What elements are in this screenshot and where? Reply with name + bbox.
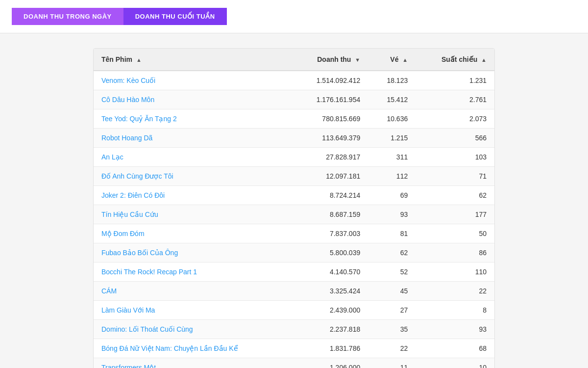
sort-icon-ten-phim: ▲ (136, 57, 142, 63)
revenue-table: Tên Phim ▲ Doanh thu ▼ Vé ▲ Suất chiếu ▲ (94, 49, 494, 368)
revenue-cell: 1.176.161.954 (291, 90, 368, 109)
table-row: Bocchi The Rock! Recap Part 14.140.57052… (94, 263, 494, 282)
ve-cell: 52 (368, 263, 416, 282)
movie-name-cell: Fubao Bảo Bối Của Ông (94, 243, 291, 263)
revenue-cell: 780.815.669 (291, 109, 368, 129)
col-suat-chieu[interactable]: Suất chiếu ▲ (416, 49, 494, 71)
movie-name-cell: Mộ Đom Đóm (94, 224, 291, 243)
movie-link[interactable]: Robot Hoang Dã (101, 134, 152, 142)
revenue-cell: 2.439.000 (291, 301, 368, 320)
revenue-cell: 113.649.379 (291, 129, 368, 148)
suat-chieu-cell: 103 (416, 148, 494, 167)
ve-cell: 27 (368, 301, 416, 320)
col-doanh-thu[interactable]: Doanh thu ▼ (291, 49, 368, 71)
movie-name-cell: Đố Anh Cùng Được Tôi (94, 167, 291, 186)
table-row: Fubao Bảo Bối Của Ông5.800.0396286 (94, 243, 494, 263)
table-row: Robot Hoang Dã113.649.3791.215566 (94, 129, 494, 148)
suat-chieu-cell: 86 (416, 243, 494, 263)
sort-icon-doanh-thu: ▼ (355, 57, 360, 63)
suat-chieu-cell: 1.231 (416, 71, 494, 90)
main-content: Tên Phim ▲ Doanh thu ▼ Vé ▲ Suất chiếu ▲ (0, 33, 588, 368)
movie-name-cell: Làm Giàu Với Ma (94, 301, 291, 320)
suat-chieu-cell: 2.761 (416, 90, 494, 109)
movie-name-cell: Domino: Lối Thoát Cuối Cùng (94, 320, 291, 339)
suat-chieu-cell: 177 (416, 205, 494, 224)
sort-icon-suat-chieu: ▲ (481, 57, 487, 63)
ve-cell: 18.123 (368, 71, 416, 90)
movie-link[interactable]: Bóng Đá Nữ Việt Nam: Chuyện Lần Đầu Kể (101, 344, 238, 352)
ve-cell: 81 (368, 224, 416, 243)
table-row: Joker 2: Điên Có Đôi8.724.2146962 (94, 186, 494, 205)
ve-cell: 1.215 (368, 129, 416, 148)
movie-link[interactable]: Bocchi The Rock! Recap Part 1 (101, 268, 197, 276)
table-row: Làm Giàu Với Ma2.439.000278 (94, 301, 494, 320)
movie-link[interactable]: Transformers Một (101, 364, 156, 368)
table-row: Domino: Lối Thoát Cuối Cùng2.237.8183593 (94, 320, 494, 339)
revenue-cell: 27.828.917 (291, 148, 368, 167)
table-row: An Lạc27.828.917311103 (94, 148, 494, 167)
revenue-cell: 3.325.424 (291, 282, 368, 301)
suat-chieu-cell: 93 (416, 320, 494, 339)
movie-link[interactable]: Joker 2: Điên Có Đôi (101, 191, 165, 199)
movie-link[interactable]: Tee Yod: Quỷ Ăn Tạng 2 (101, 115, 177, 123)
movie-link[interactable]: CÁM (101, 287, 117, 295)
suat-chieu-cell: 2.073 (416, 109, 494, 129)
col-ten-phim[interactable]: Tên Phim ▲ (94, 49, 291, 71)
revenue-cell: 2.237.818 (291, 320, 368, 339)
ve-cell: 93 (368, 205, 416, 224)
movie-link[interactable]: Domino: Lối Thoát Cuối Cùng (101, 325, 193, 333)
movie-name-cell: Transformers Một (94, 358, 291, 368)
table-row: CÁM3.325.4244522 (94, 282, 494, 301)
table-row: Mộ Đom Đóm7.837.0038150 (94, 224, 494, 243)
revenue-cell: 7.837.003 (291, 224, 368, 243)
ve-cell: 112 (368, 167, 416, 186)
revenue-cell: 8.724.214 (291, 186, 368, 205)
suat-chieu-cell: 566 (416, 129, 494, 148)
movie-link[interactable]: Tín Hiệu Cầu Cứu (101, 210, 158, 218)
movie-name-cell: Joker 2: Điên Có Đôi (94, 186, 291, 205)
suat-chieu-cell: 68 (416, 339, 494, 358)
movie-name-cell: Tee Yod: Quỷ Ăn Tạng 2 (94, 109, 291, 129)
table-row: Cô Dâu Hào Môn1.176.161.95415.4122.761 (94, 90, 494, 109)
ve-cell: 69 (368, 186, 416, 205)
revenue-cell: 1.206.000 (291, 358, 368, 368)
tab-trong-ngay[interactable]: DOANH THU TRONG NGÀY (12, 8, 123, 25)
table-row: Venom: Kèo Cuối1.514.092.41218.1231.231 (94, 71, 494, 90)
table-row: Đố Anh Cùng Được Tôi12.097.18111271 (94, 167, 494, 186)
movie-link[interactable]: Mộ Đom Đóm (101, 230, 145, 237)
revenue-cell: 5.800.039 (291, 243, 368, 263)
revenue-cell: 8.687.159 (291, 205, 368, 224)
ve-cell: 311 (368, 148, 416, 167)
movie-name-cell: Bóng Đá Nữ Việt Nam: Chuyện Lần Đầu Kể (94, 339, 291, 358)
movie-name-cell: CÁM (94, 282, 291, 301)
table-header-row: Tên Phim ▲ Doanh thu ▼ Vé ▲ Suất chiếu ▲ (94, 49, 494, 71)
movie-link[interactable]: Venom: Kèo Cuối (101, 77, 155, 84)
ve-cell: 35 (368, 320, 416, 339)
col-ve[interactable]: Vé ▲ (368, 49, 416, 71)
revenue-cell: 1.514.092.412 (291, 71, 368, 90)
table-row: Transformers Một1.206.0001110 (94, 358, 494, 368)
suat-chieu-cell: 8 (416, 301, 494, 320)
table-row: Tín Hiệu Cầu Cứu8.687.15993177 (94, 205, 494, 224)
suat-chieu-cell: 50 (416, 224, 494, 243)
table-row: Tee Yod: Quỷ Ăn Tạng 2780.815.66910.6362… (94, 109, 494, 129)
ve-cell: 22 (368, 339, 416, 358)
movie-link[interactable]: Cô Dâu Hào Môn (101, 96, 154, 104)
ve-cell: 11 (368, 358, 416, 368)
suat-chieu-cell: 62 (416, 186, 494, 205)
movie-link[interactable]: Đố Anh Cùng Được Tôi (101, 172, 173, 180)
suat-chieu-cell: 110 (416, 263, 494, 282)
movie-name-cell: Cô Dâu Hào Môn (94, 90, 291, 109)
movie-name-cell: Tín Hiệu Cầu Cứu (94, 205, 291, 224)
revenue-cell: 4.140.570 (291, 263, 368, 282)
ve-cell: 45 (368, 282, 416, 301)
header-tabs: DOANH THU TRONG NGÀY DOANH THU CUỐI TUẦN (0, 0, 588, 33)
suat-chieu-cell: 22 (416, 282, 494, 301)
movie-link[interactable]: Làm Giàu Với Ma (101, 306, 155, 314)
ve-cell: 10.636 (368, 109, 416, 129)
movie-link[interactable]: Fubao Bảo Bối Của Ông (101, 249, 178, 257)
ve-cell: 62 (368, 243, 416, 263)
tab-cuoi-tuan[interactable]: DOANH THU CUỐI TUẦN (123, 8, 227, 25)
movie-name-cell: An Lạc (94, 148, 291, 167)
movie-link[interactable]: An Lạc (101, 153, 123, 161)
